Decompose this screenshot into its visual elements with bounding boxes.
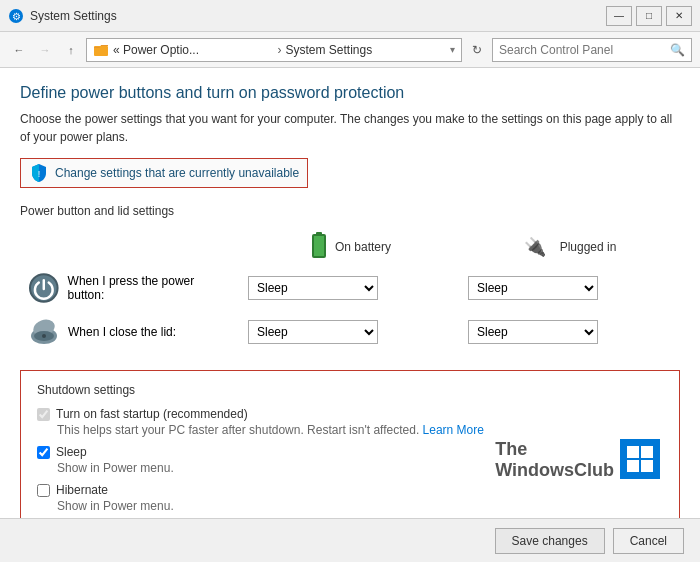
power-battery-select[interactable]: Sleep Hibernate Shut down Turn off the d…: [248, 276, 378, 300]
col-battery-header: On battery: [240, 228, 460, 266]
fast-startup-checkbox[interactable]: [37, 408, 50, 421]
minimize-button[interactable]: —: [606, 6, 632, 26]
shutdown-section-title: Shutdown settings: [37, 383, 663, 397]
address-path-1: « Power Optio...: [113, 43, 274, 57]
search-icon[interactable]: 🔍: [670, 43, 685, 57]
address-separator: ›: [278, 43, 282, 57]
maximize-button[interactable]: □: [636, 6, 662, 26]
svg-point-12: [42, 334, 46, 338]
nav-bar: ← → ↑ « Power Optio... › System Settings…: [0, 32, 700, 68]
svg-rect-16: [641, 460, 653, 472]
search-input[interactable]: [499, 43, 670, 57]
lid-row: When I close the lid: Sleep Hibernate Sh…: [20, 310, 680, 354]
fast-startup-item: Turn on fast startup (recommended) This …: [37, 407, 663, 437]
page-title: Define power buttons and turn on passwor…: [20, 84, 680, 102]
hibernate-checkbox[interactable]: [37, 484, 50, 497]
address-path-2: System Settings: [286, 43, 447, 57]
svg-rect-14: [641, 446, 653, 458]
svg-rect-6: [314, 236, 324, 256]
search-box[interactable]: 🔍: [492, 38, 692, 62]
change-settings-text: Change settings that are currently unava…: [55, 166, 299, 180]
folder-icon: [93, 42, 109, 58]
watermark-line1: The: [495, 439, 614, 461]
hibernate-item: Hibernate Show in Power menu.: [37, 483, 663, 513]
cancel-button[interactable]: Cancel: [613, 528, 684, 554]
lid-battery-cell: Sleep Hibernate Shut down Turn off the d…: [240, 310, 460, 354]
svg-text:🔌: 🔌: [524, 237, 547, 257]
refresh-button[interactable]: ↻: [466, 39, 488, 61]
content-area: Define power buttons and turn on passwor…: [0, 68, 700, 562]
lid-label: When I close the lid:: [68, 325, 176, 339]
sleep-label: Sleep: [56, 445, 87, 459]
address-chevron-icon[interactable]: ▾: [450, 44, 455, 55]
power-battery-cell: Sleep Hibernate Shut down Turn off the d…: [240, 266, 460, 310]
hibernate-desc: Show in Power menu.: [57, 499, 663, 513]
power-button-row: When I press the power button: Sleep Hib…: [20, 266, 680, 310]
footer: Save changes Cancel: [0, 518, 700, 562]
window-title: System Settings: [30, 9, 606, 23]
up-button[interactable]: ↑: [60, 39, 82, 61]
power-section-label: Power button and lid settings: [20, 204, 680, 218]
power-plugged-select[interactable]: Sleep Hibernate Shut down Turn off the d…: [468, 276, 598, 300]
col-plugged-header: 🔌 Plugged in: [460, 228, 680, 266]
svg-text:⚙: ⚙: [12, 11, 21, 22]
plugged-col-label: Plugged in: [560, 240, 617, 254]
lid-plugged-cell: Sleep Hibernate Shut down Turn off the d…: [460, 310, 680, 354]
window-controls: — □ ✕: [606, 6, 692, 26]
shield-icon: !: [29, 163, 49, 183]
plug-icon: 🔌: [524, 237, 554, 257]
power-button-icon: [28, 272, 60, 304]
lid-plugged-select[interactable]: Sleep Hibernate Shut down Turn off the d…: [468, 320, 598, 344]
learn-more-link[interactable]: Learn More: [423, 423, 484, 437]
power-button-label: When I press the power button:: [68, 274, 232, 302]
svg-rect-13: [627, 446, 639, 458]
watermark-line2: WindowsClub: [495, 460, 614, 482]
watermark-icon: [620, 439, 660, 479]
forward-button[interactable]: →: [34, 39, 56, 61]
power-plugged-cell: Sleep Hibernate Shut down Turn off the d…: [460, 266, 680, 310]
power-table: On battery 🔌 Plugged in: [20, 228, 680, 354]
app-icon: ⚙: [8, 8, 24, 24]
lid-icon: [28, 316, 60, 348]
sleep-checkbox[interactable]: [37, 446, 50, 459]
svg-rect-15: [627, 460, 639, 472]
watermark: The WindowsClub: [495, 439, 660, 482]
lid-battery-select[interactable]: Sleep Hibernate Shut down Turn off the d…: [248, 320, 378, 344]
svg-text:!: !: [38, 169, 41, 179]
change-settings-link[interactable]: ! Change settings that are currently una…: [20, 158, 308, 188]
battery-col-label: On battery: [335, 240, 391, 254]
battery-icon: [309, 232, 329, 262]
title-bar: ⚙ System Settings — □ ✕: [0, 0, 700, 32]
fast-startup-desc: This helps start your PC faster after sh…: [57, 423, 663, 437]
page-description: Choose the power settings that you want …: [20, 110, 680, 146]
svg-rect-5: [316, 232, 322, 236]
save-button[interactable]: Save changes: [495, 528, 605, 554]
close-button[interactable]: ✕: [666, 6, 692, 26]
address-bar[interactable]: « Power Optio... › System Settings ▾: [86, 38, 462, 62]
fast-startup-label: Turn on fast startup (recommended): [56, 407, 248, 421]
back-button[interactable]: ←: [8, 39, 30, 61]
hibernate-label: Hibernate: [56, 483, 108, 497]
